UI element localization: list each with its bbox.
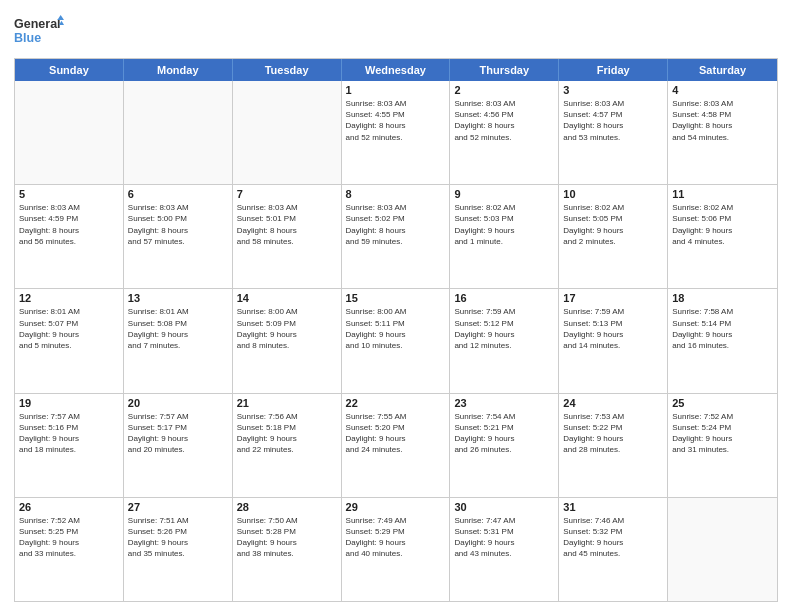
day-info: Sunrise: 8:03 AMSunset: 5:02 PMDaylight:…: [346, 202, 446, 247]
day-number: 19: [19, 397, 119, 409]
day-number: 12: [19, 292, 119, 304]
day-22: 22Sunrise: 7:55 AMSunset: 5:20 PMDayligh…: [342, 394, 451, 497]
day-info: Sunrise: 7:58 AMSunset: 5:14 PMDaylight:…: [672, 306, 773, 351]
day-info: Sunrise: 7:50 AMSunset: 5:28 PMDaylight:…: [237, 515, 337, 560]
day-number: 31: [563, 501, 663, 513]
day-info: Sunrise: 7:51 AMSunset: 5:26 PMDaylight:…: [128, 515, 228, 560]
weekday-header-tuesday: Tuesday: [233, 59, 342, 81]
weekday-header-wednesday: Wednesday: [342, 59, 451, 81]
day-number: 30: [454, 501, 554, 513]
day-number: 18: [672, 292, 773, 304]
day-info: Sunrise: 8:02 AMSunset: 5:06 PMDaylight:…: [672, 202, 773, 247]
day-16: 16Sunrise: 7:59 AMSunset: 5:12 PMDayligh…: [450, 289, 559, 392]
calendar: SundayMondayTuesdayWednesdayThursdayFrid…: [14, 58, 778, 602]
day-15: 15Sunrise: 8:00 AMSunset: 5:11 PMDayligh…: [342, 289, 451, 392]
day-number: 10: [563, 188, 663, 200]
day-25: 25Sunrise: 7:52 AMSunset: 5:24 PMDayligh…: [668, 394, 777, 497]
day-26: 26Sunrise: 7:52 AMSunset: 5:25 PMDayligh…: [15, 498, 124, 601]
empty-cell: [233, 81, 342, 184]
day-info: Sunrise: 8:03 AMSunset: 4:56 PMDaylight:…: [454, 98, 554, 143]
day-number: 11: [672, 188, 773, 200]
day-info: Sunrise: 7:47 AMSunset: 5:31 PMDaylight:…: [454, 515, 554, 560]
day-info: Sunrise: 8:03 AMSunset: 5:00 PMDaylight:…: [128, 202, 228, 247]
day-info: Sunrise: 7:55 AMSunset: 5:20 PMDaylight:…: [346, 411, 446, 456]
day-1: 1Sunrise: 8:03 AMSunset: 4:55 PMDaylight…: [342, 81, 451, 184]
empty-cell: [15, 81, 124, 184]
day-24: 24Sunrise: 7:53 AMSunset: 5:22 PMDayligh…: [559, 394, 668, 497]
weekday-header-friday: Friday: [559, 59, 668, 81]
day-number: 21: [237, 397, 337, 409]
day-3: 3Sunrise: 8:03 AMSunset: 4:57 PMDaylight…: [559, 81, 668, 184]
day-number: 23: [454, 397, 554, 409]
day-28: 28Sunrise: 7:50 AMSunset: 5:28 PMDayligh…: [233, 498, 342, 601]
day-number: 17: [563, 292, 663, 304]
day-info: Sunrise: 8:00 AMSunset: 5:11 PMDaylight:…: [346, 306, 446, 351]
logo-svg: General Blue: [14, 10, 64, 50]
page-header: General Blue: [14, 10, 778, 50]
weekday-header-thursday: Thursday: [450, 59, 559, 81]
day-number: 20: [128, 397, 228, 409]
day-21: 21Sunrise: 7:56 AMSunset: 5:18 PMDayligh…: [233, 394, 342, 497]
calendar-week-1: 1Sunrise: 8:03 AMSunset: 4:55 PMDaylight…: [15, 81, 777, 185]
day-2: 2Sunrise: 8:03 AMSunset: 4:56 PMDaylight…: [450, 81, 559, 184]
day-17: 17Sunrise: 7:59 AMSunset: 5:13 PMDayligh…: [559, 289, 668, 392]
day-info: Sunrise: 7:53 AMSunset: 5:22 PMDaylight:…: [563, 411, 663, 456]
day-number: 13: [128, 292, 228, 304]
weekday-header-saturday: Saturday: [668, 59, 777, 81]
svg-text:Blue: Blue: [14, 31, 41, 45]
day-4: 4Sunrise: 8:03 AMSunset: 4:58 PMDaylight…: [668, 81, 777, 184]
day-31: 31Sunrise: 7:46 AMSunset: 5:32 PMDayligh…: [559, 498, 668, 601]
day-number: 29: [346, 501, 446, 513]
day-info: Sunrise: 7:54 AMSunset: 5:21 PMDaylight:…: [454, 411, 554, 456]
day-info: Sunrise: 7:52 AMSunset: 5:25 PMDaylight:…: [19, 515, 119, 560]
day-info: Sunrise: 7:59 AMSunset: 5:12 PMDaylight:…: [454, 306, 554, 351]
day-number: 7: [237, 188, 337, 200]
day-number: 16: [454, 292, 554, 304]
weekday-header-sunday: Sunday: [15, 59, 124, 81]
day-info: Sunrise: 7:52 AMSunset: 5:24 PMDaylight:…: [672, 411, 773, 456]
day-6: 6Sunrise: 8:03 AMSunset: 5:00 PMDaylight…: [124, 185, 233, 288]
day-number: 6: [128, 188, 228, 200]
day-12: 12Sunrise: 8:01 AMSunset: 5:07 PMDayligh…: [15, 289, 124, 392]
day-number: 28: [237, 501, 337, 513]
day-number: 8: [346, 188, 446, 200]
day-13: 13Sunrise: 8:01 AMSunset: 5:08 PMDayligh…: [124, 289, 233, 392]
day-number: 2: [454, 84, 554, 96]
day-23: 23Sunrise: 7:54 AMSunset: 5:21 PMDayligh…: [450, 394, 559, 497]
day-7: 7Sunrise: 8:03 AMSunset: 5:01 PMDaylight…: [233, 185, 342, 288]
day-18: 18Sunrise: 7:58 AMSunset: 5:14 PMDayligh…: [668, 289, 777, 392]
day-info: Sunrise: 7:57 AMSunset: 5:17 PMDaylight:…: [128, 411, 228, 456]
calendar-header-row: SundayMondayTuesdayWednesdayThursdayFrid…: [15, 59, 777, 81]
calendar-week-5: 26Sunrise: 7:52 AMSunset: 5:25 PMDayligh…: [15, 498, 777, 601]
day-number: 4: [672, 84, 773, 96]
day-number: 14: [237, 292, 337, 304]
weekday-header-monday: Monday: [124, 59, 233, 81]
day-29: 29Sunrise: 7:49 AMSunset: 5:29 PMDayligh…: [342, 498, 451, 601]
day-number: 9: [454, 188, 554, 200]
empty-cell: [124, 81, 233, 184]
day-info: Sunrise: 8:00 AMSunset: 5:09 PMDaylight:…: [237, 306, 337, 351]
day-info: Sunrise: 8:03 AMSunset: 4:58 PMDaylight:…: [672, 98, 773, 143]
day-info: Sunrise: 7:56 AMSunset: 5:18 PMDaylight:…: [237, 411, 337, 456]
day-number: 1: [346, 84, 446, 96]
calendar-week-3: 12Sunrise: 8:01 AMSunset: 5:07 PMDayligh…: [15, 289, 777, 393]
calendar-body: 1Sunrise: 8:03 AMSunset: 4:55 PMDaylight…: [15, 81, 777, 601]
day-info: Sunrise: 8:03 AMSunset: 4:55 PMDaylight:…: [346, 98, 446, 143]
day-number: 3: [563, 84, 663, 96]
day-number: 25: [672, 397, 773, 409]
day-20: 20Sunrise: 7:57 AMSunset: 5:17 PMDayligh…: [124, 394, 233, 497]
day-info: Sunrise: 7:49 AMSunset: 5:29 PMDaylight:…: [346, 515, 446, 560]
day-9: 9Sunrise: 8:02 AMSunset: 5:03 PMDaylight…: [450, 185, 559, 288]
day-5: 5Sunrise: 8:03 AMSunset: 4:59 PMDaylight…: [15, 185, 124, 288]
svg-text:General: General: [14, 17, 61, 31]
day-number: 24: [563, 397, 663, 409]
day-number: 22: [346, 397, 446, 409]
day-number: 15: [346, 292, 446, 304]
day-14: 14Sunrise: 8:00 AMSunset: 5:09 PMDayligh…: [233, 289, 342, 392]
day-info: Sunrise: 8:03 AMSunset: 4:59 PMDaylight:…: [19, 202, 119, 247]
day-info: Sunrise: 7:59 AMSunset: 5:13 PMDaylight:…: [563, 306, 663, 351]
day-19: 19Sunrise: 7:57 AMSunset: 5:16 PMDayligh…: [15, 394, 124, 497]
day-info: Sunrise: 8:02 AMSunset: 5:03 PMDaylight:…: [454, 202, 554, 247]
day-info: Sunrise: 7:46 AMSunset: 5:32 PMDaylight:…: [563, 515, 663, 560]
calendar-week-4: 19Sunrise: 7:57 AMSunset: 5:16 PMDayligh…: [15, 394, 777, 498]
